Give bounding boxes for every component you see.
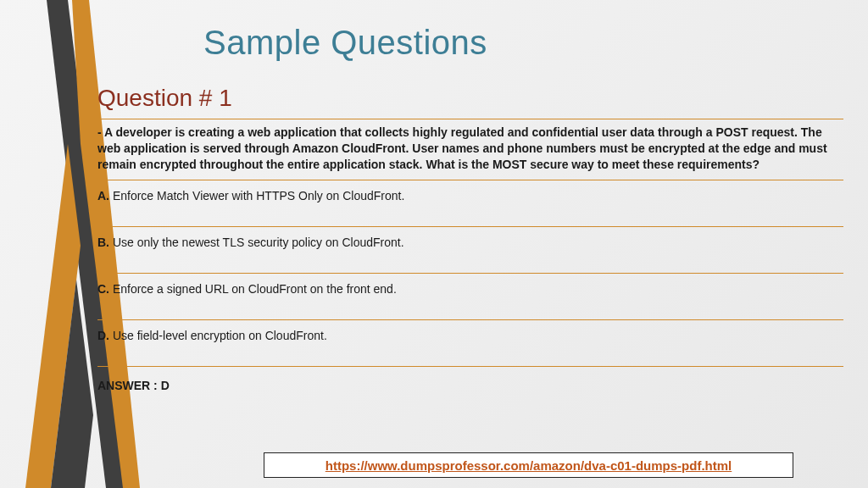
option-c-text: Enforce a signed URL on CloudFront on th… bbox=[113, 282, 397, 296]
option-c: C. Enforce a signed URL on CloudFront on… bbox=[97, 274, 843, 320]
footer-link-box: https://www.dumpsprofessor.com/amazon/dv… bbox=[264, 452, 793, 478]
option-b: B. Use only the newest TLS security poli… bbox=[97, 227, 843, 274]
slide-title: Sample Questions bbox=[203, 24, 487, 62]
svg-marker-3 bbox=[51, 280, 93, 488]
option-d: D. Use field-level encryption on CloudFr… bbox=[97, 320, 843, 367]
option-b-text: Use only the newest TLS security policy … bbox=[113, 236, 404, 249]
option-d-text: Use field-level encryption on CloudFront… bbox=[113, 329, 327, 342]
option-a: A. Enforce Match Viewer with HTTPS Only … bbox=[97, 180, 843, 227]
question-block: Question # 1 - A developer is creating a… bbox=[97, 85, 843, 392]
option-a-text: Enforce Match Viewer with HTTPS Only on … bbox=[113, 189, 404, 202]
question-text: - A developer is creating a web applicat… bbox=[97, 119, 843, 180]
question-heading: Question # 1 bbox=[97, 85, 843, 112]
footer-link[interactable]: https://www.dumpsprofessor.com/amazon/dv… bbox=[326, 458, 732, 473]
answer-label: ANSWER : D bbox=[97, 367, 843, 392]
svg-marker-2 bbox=[25, 144, 81, 488]
